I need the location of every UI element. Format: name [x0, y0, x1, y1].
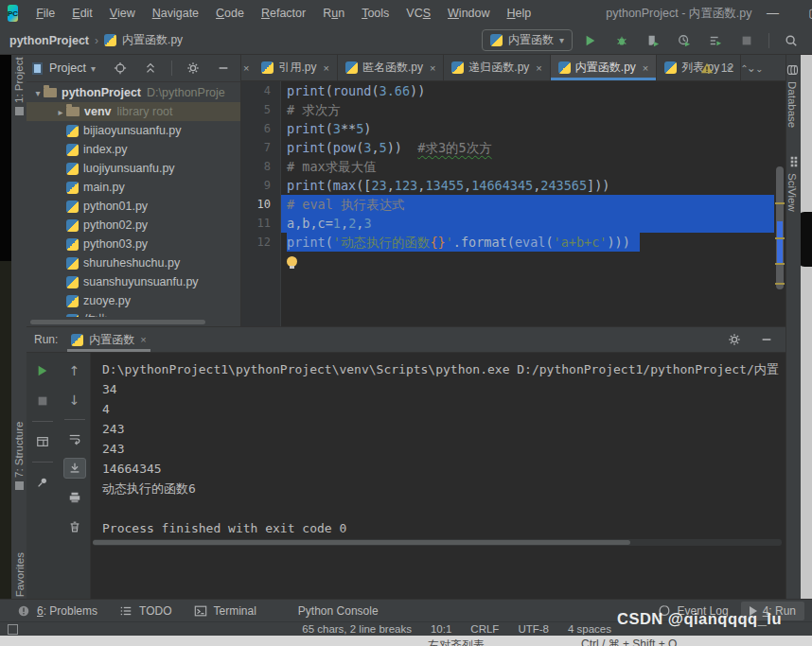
gear-icon-button[interactable] [182, 58, 204, 79]
intention-bulb-icon[interactable] [287, 256, 297, 267]
tree-item-suanshuyunsuanfu-py[interactable]: suanshuyunsuanfu.py [26, 272, 240, 291]
prev-occurrence-button[interactable]: ↑ [63, 360, 86, 381]
status-item-10-1[interactable]: 10:1 [431, 623, 451, 635]
status-item-65-chars-2-line-breaks[interactable]: 65 chars, 2 line breaks [302, 623, 412, 635]
tree-item-shuruheshuchu-py[interactable]: shuruheshuchu.py [26, 253, 240, 272]
search-everywhere-button[interactable] [780, 30, 803, 51]
tool-window-stripe-database[interactable]: Database [785, 62, 800, 128]
toolwindow-button-terminal[interactable]: Terminal [185, 602, 265, 620]
tree-item-python03-py[interactable]: python03.py [26, 235, 240, 253]
maximize-button[interactable]: ▢ [793, 0, 812, 26]
rerun-button[interactable] [31, 360, 54, 381]
run-tab-label: 内置函数 [89, 332, 134, 348]
restore-layout-button[interactable] [31, 431, 54, 452]
clear-all-button[interactable] [63, 516, 86, 537]
hide-panel-button[interactable] [755, 329, 778, 350]
code-editor[interactable]: print(round(3.66))# 求次方print(3**5)print(… [281, 81, 774, 326]
close-icon[interactable]: × [430, 62, 435, 74]
close-icon[interactable]: × [536, 62, 541, 74]
menu-vcs[interactable]: VCS [397, 0, 439, 26]
tree-chevron-icon[interactable]: ▸ [55, 107, 66, 117]
tree-item-main-py[interactable]: main.py [26, 178, 240, 197]
tool-window-stripe-7-structure[interactable]: 7: Structure [13, 422, 25, 490]
project-panel-title[interactable]: Project [49, 61, 86, 75]
tool-window-stripe-1-project[interactable]: 1: Project [13, 57, 25, 115]
menu-run[interactable]: Run [314, 0, 353, 26]
tool-window-toggle-icon[interactable] [8, 624, 18, 635]
scroll-to-end-button[interactable] [63, 458, 86, 479]
code-token: ( [507, 235, 515, 250]
hide-panel-button[interactable] [212, 58, 235, 79]
run-console-output[interactable]: D:\pythonProject1\pythonProject\venv\Scr… [91, 353, 786, 599]
run-with-coverage-button[interactable] [642, 30, 664, 51]
breadcrumb-project[interactable]: pythonProject [9, 34, 89, 47]
menu-window[interactable]: Window [439, 0, 498, 26]
status-item-4-spaces[interactable]: 4 spaces [568, 623, 611, 635]
run-button[interactable] [579, 30, 602, 51]
editor-scrollbar[interactable] [774, 81, 786, 326]
soft-wrap-button[interactable] [63, 428, 86, 449]
inspections-widget[interactable]: 12 ⌃ ⌃ [699, 61, 763, 76]
console-hscrollbar[interactable] [93, 539, 782, 546]
tree-chevron-icon[interactable]: ▾ [32, 88, 44, 98]
close-icon[interactable]: × [241, 62, 254, 74]
console-hscrollbar-thumb[interactable] [93, 540, 630, 545]
menu-edit[interactable]: Edit [63, 0, 101, 26]
python-file-icon [66, 295, 79, 307]
pin-tab-button[interactable] [31, 472, 54, 493]
tree-item-pythonproject[interactable]: ▾pythonProjectD:\pythonProje [26, 83, 240, 102]
debug-button[interactable] [610, 30, 633, 51]
status-items: 65 chars, 2 line breaks10:1CRLFUTF-84 sp… [302, 623, 611, 635]
close-icon[interactable]: × [140, 334, 146, 345]
problems-icon [16, 603, 31, 619]
breadcrumb-file[interactable]: 内置函数.py [122, 32, 183, 48]
print-button[interactable] [63, 487, 86, 508]
tree-item-python01-py[interactable]: python01.py [26, 197, 240, 216]
menu-view[interactable]: View [101, 0, 144, 26]
tree-item-luojiyunsuanfu-py[interactable]: luojiyunsuanfu.py [26, 159, 240, 178]
close-icon[interactable]: × [643, 62, 648, 74]
tab-匿名函数-py[interactable]: 匿名函数.py× [338, 55, 444, 80]
code-line-10: # eval 执行表达式 [281, 195, 774, 214]
profile-button[interactable] [673, 30, 696, 51]
project-tree-hscrollbar[interactable] [30, 320, 205, 324]
tool-window-stripe-sciview[interactable]: SciView [785, 154, 800, 212]
code-token: ( [326, 178, 333, 193]
next-occurrence-button[interactable]: ↓ [63, 390, 86, 410]
run-tab[interactable]: 内置函数 × [67, 327, 150, 352]
minimize-button[interactable]: — [751, 0, 793, 26]
tree-item-venv[interactable]: ▸venvlibrary root [26, 102, 240, 121]
tab-label: 匿名函数.py [362, 60, 423, 76]
next-warning-icon[interactable]: ⌃ [755, 63, 763, 74]
tree-item-index-py[interactable]: index.py [26, 140, 240, 159]
toolwindow-button-6-problems[interactable]: 6: Problems [8, 602, 106, 620]
stop-button[interactable] [31, 391, 54, 411]
concurrency-diagram-button[interactable] [704, 30, 727, 51]
tab-内置函数-py[interactable]: 内置函数.py× [551, 55, 657, 80]
locate-file-button[interactable] [109, 58, 132, 79]
tree-item-作业-py[interactable]: 作业.py [26, 310, 240, 317]
menu-code[interactable]: Code [207, 0, 253, 26]
menu-refactor[interactable]: Refactor [253, 0, 314, 26]
gear-icon-button[interactable] [723, 329, 746, 350]
toolwindow-button-python-console[interactable]: Python Console [269, 602, 387, 620]
tree-item-bijiaoyunsuanfu-py[interactable]: bijiaoyunsuanfu.py [26, 121, 240, 140]
status-item-crlf[interactable]: CRLF [470, 623, 499, 635]
collapse-all-button[interactable] [139, 58, 162, 79]
close-icon[interactable]: × [323, 62, 328, 74]
run-configuration-select[interactable]: 内置函数 ▾ [482, 29, 573, 51]
menu-navigate[interactable]: Navigate [144, 0, 207, 26]
previous-warning-icon[interactable]: ⌃ [740, 63, 748, 74]
tab-递归函数-py[interactable]: 递归函数.py× [444, 55, 550, 80]
menu-help[interactable]: Help [499, 0, 540, 26]
tab-引用-py[interactable]: 引用.py× [254, 55, 337, 80]
tree-item-zuoye-py[interactable]: zuoye.py [26, 291, 240, 310]
window-title: pythonProject - 内置函数.py [606, 6, 751, 22]
stop-button[interactable] [735, 30, 758, 51]
menu-tools[interactable]: Tools [353, 0, 397, 26]
project-header-actions [109, 58, 235, 79]
status-item-utf-8[interactable]: UTF-8 [518, 623, 549, 635]
tree-item-python02-py[interactable]: python02.py [26, 216, 240, 235]
menu-file[interactable]: File [27, 0, 63, 26]
toolwindow-button-todo[interactable]: TODO [110, 602, 180, 620]
